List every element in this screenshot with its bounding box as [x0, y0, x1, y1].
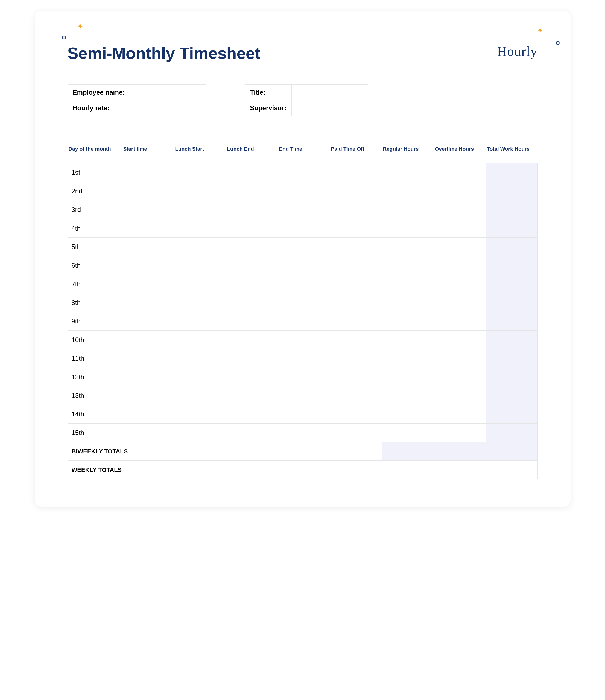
lunch-end-cell[interactable]	[226, 219, 278, 238]
end-cell[interactable]	[278, 200, 330, 219]
pto-cell[interactable]	[330, 238, 382, 256]
pto-cell[interactable]	[330, 256, 382, 275]
pto-cell[interactable]	[330, 386, 382, 405]
ot-cell[interactable]	[434, 349, 485, 368]
lunch-end-cell[interactable]	[226, 238, 278, 256]
end-cell[interactable]	[278, 386, 330, 405]
ot-cell[interactable]	[434, 331, 485, 349]
lunch-end-cell[interactable]	[226, 182, 278, 200]
lunch-start-cell[interactable]	[174, 219, 226, 238]
reg-cell[interactable]	[382, 219, 434, 238]
reg-cell[interactable]	[382, 349, 434, 368]
lunch-end-cell[interactable]	[226, 349, 278, 368]
ot-cell[interactable]	[434, 368, 485, 386]
supervisor-field[interactable]	[292, 100, 368, 116]
reg-cell[interactable]	[382, 405, 434, 424]
lunch-end-cell[interactable]	[226, 275, 278, 293]
lunch-start-cell[interactable]	[174, 386, 226, 405]
reg-cell[interactable]	[382, 293, 434, 312]
reg-cell[interactable]	[382, 200, 434, 219]
start-cell[interactable]	[122, 405, 174, 424]
reg-cell[interactable]	[382, 163, 434, 182]
lunch-start-cell[interactable]	[174, 256, 226, 275]
lunch-end-cell[interactable]	[226, 424, 278, 442]
lunch-end-cell[interactable]	[226, 256, 278, 275]
pto-cell[interactable]	[330, 424, 382, 442]
ot-cell[interactable]	[434, 312, 485, 331]
end-cell[interactable]	[278, 312, 330, 331]
end-cell[interactable]	[278, 405, 330, 424]
pto-cell[interactable]	[330, 200, 382, 219]
pto-cell[interactable]	[330, 368, 382, 386]
end-cell[interactable]	[278, 275, 330, 293]
pto-cell[interactable]	[330, 163, 382, 182]
lunch-end-cell[interactable]	[226, 293, 278, 312]
pto-cell[interactable]	[330, 405, 382, 424]
ot-cell[interactable]	[434, 163, 485, 182]
employee-name-field[interactable]	[130, 85, 206, 100]
start-cell[interactable]	[122, 386, 174, 405]
reg-cell[interactable]	[382, 275, 434, 293]
ot-cell[interactable]	[434, 182, 485, 200]
start-cell[interactable]	[122, 219, 174, 238]
end-cell[interactable]	[278, 256, 330, 275]
reg-cell[interactable]	[382, 312, 434, 331]
start-cell[interactable]	[122, 163, 174, 182]
lunch-start-cell[interactable]	[174, 238, 226, 256]
end-cell[interactable]	[278, 349, 330, 368]
lunch-start-cell[interactable]	[174, 182, 226, 200]
ot-cell[interactable]	[434, 293, 485, 312]
ot-cell[interactable]	[434, 256, 485, 275]
start-cell[interactable]	[122, 293, 174, 312]
reg-cell[interactable]	[382, 386, 434, 405]
lunch-end-cell[interactable]	[226, 200, 278, 219]
start-cell[interactable]	[122, 182, 174, 200]
ot-cell[interactable]	[434, 200, 485, 219]
ot-cell[interactable]	[434, 405, 485, 424]
lunch-end-cell[interactable]	[226, 331, 278, 349]
ot-cell[interactable]	[434, 386, 485, 405]
reg-cell[interactable]	[382, 256, 434, 275]
pto-cell[interactable]	[330, 182, 382, 200]
pto-cell[interactable]	[330, 293, 382, 312]
title-field[interactable]	[292, 85, 368, 100]
lunch-end-cell[interactable]	[226, 405, 278, 424]
end-cell[interactable]	[278, 182, 330, 200]
lunch-start-cell[interactable]	[174, 275, 226, 293]
start-cell[interactable]	[122, 312, 174, 331]
end-cell[interactable]	[278, 238, 330, 256]
end-cell[interactable]	[278, 424, 330, 442]
hourly-rate-field[interactable]	[130, 100, 206, 116]
end-cell[interactable]	[278, 331, 330, 349]
lunch-start-cell[interactable]	[174, 293, 226, 312]
lunch-end-cell[interactable]	[226, 312, 278, 331]
start-cell[interactable]	[122, 275, 174, 293]
start-cell[interactable]	[122, 256, 174, 275]
end-cell[interactable]	[278, 368, 330, 386]
pto-cell[interactable]	[330, 275, 382, 293]
pto-cell[interactable]	[330, 349, 382, 368]
reg-cell[interactable]	[382, 331, 434, 349]
lunch-start-cell[interactable]	[174, 349, 226, 368]
lunch-start-cell[interactable]	[174, 331, 226, 349]
start-cell[interactable]	[122, 424, 174, 442]
lunch-end-cell[interactable]	[226, 368, 278, 386]
ot-cell[interactable]	[434, 238, 485, 256]
pto-cell[interactable]	[330, 331, 382, 349]
ot-cell[interactable]	[434, 219, 485, 238]
end-cell[interactable]	[278, 293, 330, 312]
lunch-start-cell[interactable]	[174, 163, 226, 182]
start-cell[interactable]	[122, 200, 174, 219]
start-cell[interactable]	[122, 238, 174, 256]
start-cell[interactable]	[122, 349, 174, 368]
ot-cell[interactable]	[434, 424, 485, 442]
pto-cell[interactable]	[330, 219, 382, 238]
lunch-start-cell[interactable]	[174, 200, 226, 219]
lunch-end-cell[interactable]	[226, 386, 278, 405]
lunch-start-cell[interactable]	[174, 405, 226, 424]
start-cell[interactable]	[122, 368, 174, 386]
lunch-start-cell[interactable]	[174, 424, 226, 442]
reg-cell[interactable]	[382, 424, 434, 442]
end-cell[interactable]	[278, 219, 330, 238]
lunch-start-cell[interactable]	[174, 312, 226, 331]
